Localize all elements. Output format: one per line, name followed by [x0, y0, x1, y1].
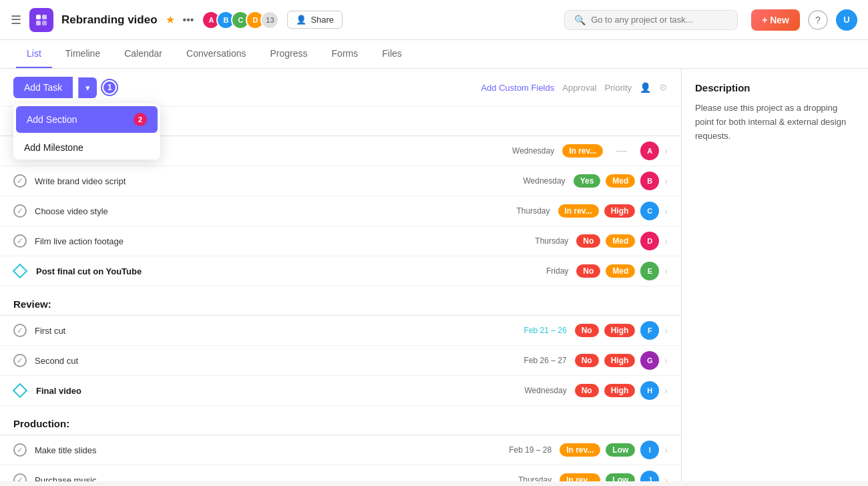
avatar-group: A B C D 13 — [202, 11, 279, 29]
task-badge: 1 — [102, 80, 117, 95]
description-text: Please use this project as a dropping po… — [695, 101, 855, 143]
table-row: ✓ Choose video style Thursday In rev... … — [0, 196, 681, 226]
milestone-diamond — [13, 264, 28, 279]
tab-list[interactable]: List — [16, 40, 52, 68]
approval-badge: No — [576, 264, 600, 278]
share-button[interactable]: 👤 Share — [287, 11, 343, 29]
project-title: Rebranding video — [61, 13, 158, 27]
task-name[interactable]: Write brand video script — [35, 176, 492, 186]
priority-badge: — — [608, 145, 635, 157]
chevron-right-icon[interactable]: › — [664, 385, 668, 396]
menu-icon[interactable]: ☰ — [11, 13, 21, 27]
chevron-right-icon[interactable]: › — [664, 266, 668, 276]
task-check[interactable]: ✓ — [13, 354, 27, 367]
table-row: ✓ Make title slides Feb 19 – 28 In rev..… — [0, 435, 681, 465]
chevron-right-icon[interactable]: › — [664, 325, 668, 336]
task-name[interactable]: Purchase music — [35, 475, 478, 482]
approval-badge: No — [576, 234, 600, 248]
toolbar: Add Task ▾ 1 Add Custom Fields Approval … — [0, 69, 681, 107]
new-button[interactable]: + New — [751, 9, 800, 31]
task-date: Friday — [495, 266, 568, 276]
avatar: G — [640, 351, 659, 370]
avatar: H — [640, 381, 659, 400]
task-check[interactable]: ✓ — [13, 473, 27, 481]
priority-badge: Med — [606, 234, 635, 248]
task-name[interactable]: Make title slides — [35, 445, 478, 455]
priority-badge: High — [604, 324, 636, 337]
task-check[interactable]: ✓ — [13, 324, 27, 337]
table-row: ✓ Purchase music Thursday In rev... Low … — [0, 465, 681, 481]
add-milestone-item[interactable]: Add Milestone — [13, 136, 160, 160]
avatar: D — [640, 232, 659, 250]
search-icon: 🔍 — [574, 15, 586, 25]
tab-forms[interactable]: Forms — [321, 40, 369, 68]
avatar: J — [640, 471, 659, 481]
approval-header: Approval — [562, 83, 596, 93]
task-name[interactable]: Post final cut on YouTube — [36, 266, 495, 276]
task-check[interactable]: ✓ — [13, 443, 27, 457]
milestone-diamond — [13, 383, 28, 399]
tab-conversations[interactable]: Conversations — [176, 40, 257, 68]
toolbar-right: Add Custom Fields Approval Priority 👤 ⚙ — [481, 82, 668, 93]
svg-rect-0 — [36, 15, 41, 19]
add-section-item[interactable]: Add Section 2 — [16, 106, 158, 133]
approval-badge: In rev... — [562, 144, 603, 158]
task-name[interactable]: Film live action footage — [35, 236, 495, 246]
priority-badge: Med — [606, 264, 635, 278]
table-row: ✓ Second cut Feb 26 – 27 No High G › — [0, 346, 681, 376]
avatar-count: 13 — [260, 11, 279, 29]
section-review: Review: — [0, 289, 681, 316]
app-icon — [29, 8, 53, 32]
search-input[interactable] — [591, 15, 728, 25]
table-row: ✓ First cut Feb 21 – 26 No High F › — [0, 316, 681, 346]
share-icon: 👤 — [296, 15, 306, 25]
priority-badge: Low — [606, 473, 635, 481]
add-task-dropdown-button[interactable]: ▾ — [78, 77, 97, 98]
chevron-right-icon[interactable]: › — [664, 176, 668, 186]
tab-timeline[interactable]: Timeline — [55, 40, 111, 68]
avatar: C — [640, 202, 659, 220]
star-icon[interactable]: ★ — [166, 13, 175, 26]
table-row: ✓ Film live action footage Thursday No M… — [0, 226, 681, 256]
priority-badge: Med — [606, 174, 635, 188]
chevron-right-icon[interactable]: › — [664, 236, 668, 246]
avatar: I — [640, 441, 659, 459]
priority-badge: High — [604, 384, 636, 397]
avatar: F — [640, 321, 659, 340]
priority-header: Priority — [605, 83, 632, 93]
add-custom-fields-link[interactable]: Add Custom Fields — [481, 83, 554, 93]
task-check[interactable]: ✓ — [13, 234, 27, 248]
chevron-right-icon[interactable]: › — [664, 445, 668, 455]
task-name[interactable]: Final video — [36, 386, 493, 396]
task-name[interactable]: Choose video style — [35, 206, 477, 216]
tab-progress[interactable]: Progress — [260, 40, 318, 68]
chevron-right-icon[interactable]: › — [664, 206, 668, 216]
add-task-button[interactable]: Add Task — [13, 77, 73, 98]
settings-icon[interactable]: ⚙ — [659, 82, 668, 93]
task-date: Thursday — [495, 236, 568, 246]
task-check[interactable]: ✓ — [13, 174, 27, 188]
task-check[interactable]: ✓ — [13, 204, 27, 218]
priority-badge: Low — [606, 443, 635, 457]
search-bar[interactable]: 🔍 — [564, 10, 738, 30]
chevron-right-icon[interactable]: › — [664, 355, 668, 366]
approval-badge: Yes — [574, 174, 601, 188]
task-date: Wednesday — [493, 386, 567, 395]
task-name[interactable]: First cut — [35, 326, 493, 336]
approval-badge: No — [575, 354, 599, 367]
main-content: Add Task ▾ 1 Add Custom Fields Approval … — [0, 69, 868, 481]
right-panel: Description Please use this project as a… — [681, 69, 868, 481]
user-avatar[interactable]: U — [836, 9, 857, 31]
chevron-right-icon[interactable]: › — [664, 146, 668, 156]
task-name[interactable]: Second cut — [35, 356, 493, 366]
task-area: Add Task ▾ 1 Add Custom Fields Approval … — [0, 69, 681, 481]
more-options-icon[interactable]: ••• — [183, 14, 194, 26]
tab-files[interactable]: Files — [371, 40, 413, 68]
tab-calendar[interactable]: Calendar — [114, 40, 173, 68]
description-title: Description — [695, 82, 855, 93]
chevron-right-icon[interactable]: › — [664, 475, 668, 481]
help-button[interactable]: ? — [808, 10, 828, 30]
topbar: ☰ Rebranding video ★ ••• A B C D 13 👤 Sh… — [0, 0, 868, 40]
task-date: Feb 26 – 27 — [493, 356, 567, 365]
approval-badge: In rev... — [560, 443, 600, 457]
